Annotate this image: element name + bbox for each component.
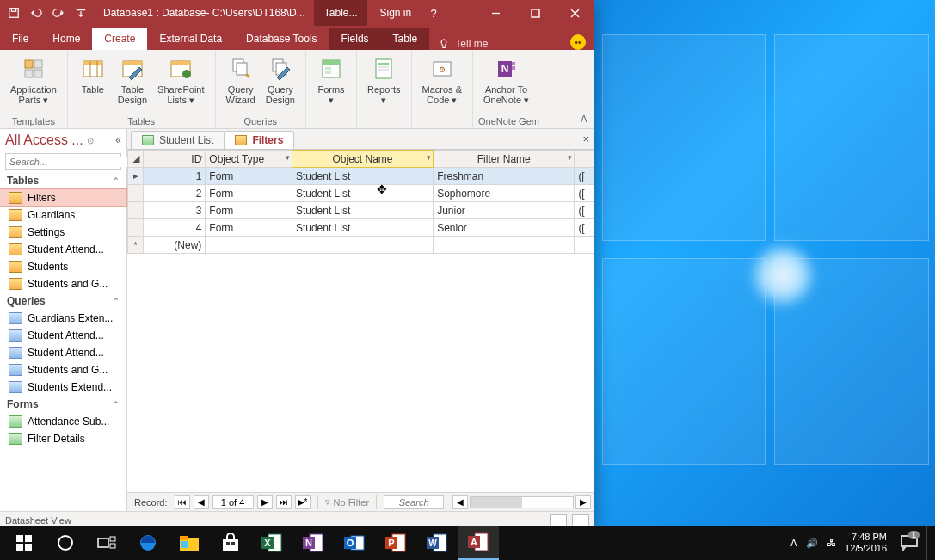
undo-icon[interactable] [26, 3, 46, 22]
datasheet-grid[interactable]: ◢ ID▾ Object Type▾ Object Name▾ Filter N… [127, 150, 594, 492]
doc-tab-filters[interactable]: Filters [224, 131, 294, 149]
taskbar-onenote[interactable]: N [292, 526, 334, 560]
nav-item[interactable]: Settings [0, 224, 126, 241]
tell-me[interactable]: Tell me [429, 38, 496, 50]
nav-group-tables[interactable]: Tables⌃ [0, 172, 126, 189]
taskbar-word[interactable]: W [416, 526, 458, 560]
tab-table[interactable]: Table [381, 28, 430, 50]
contextual-tab-label[interactable]: Table... [314, 0, 368, 26]
feedback-smiley-icon[interactable]: •• [570, 34, 586, 50]
taskbar-clock[interactable]: 7:48 PM 12/5/2016 [845, 532, 887, 554]
taskbar-outlook[interactable]: O [334, 526, 375, 560]
taskbar-explorer[interactable] [169, 526, 210, 560]
start-button[interactable] [3, 526, 45, 560]
query-wizard-button[interactable]: Query Wizard [221, 52, 261, 116]
collapse-ribbon-icon[interactable]: ᐱ [581, 114, 587, 125]
table-row[interactable]: 2FormStudent ListSophomore([ [128, 185, 594, 202]
nav-pane-header[interactable]: All Access ... ⊙ « [0, 129, 126, 151]
select-all-corner[interactable]: ◢ [128, 151, 144, 168]
row-selector[interactable] [128, 185, 144, 202]
nav-group-queries[interactable]: Queries⌃ [0, 292, 126, 310]
datasheet-view-button[interactable] [550, 514, 567, 526]
col-id[interactable]: ID▾ [144, 151, 206, 168]
close-tab-icon[interactable]: × [582, 132, 589, 145]
record-next-button[interactable]: ▶ [257, 495, 273, 509]
record-position-input[interactable] [212, 495, 254, 509]
minimize-button[interactable] [476, 0, 515, 26]
col-extra[interactable] [575, 151, 594, 168]
taskbar-edge[interactable] [127, 526, 169, 560]
nav-item[interactable]: Filters [0, 189, 126, 206]
row-selector[interactable] [128, 202, 144, 219]
taskbar-access[interactable]: A [458, 526, 499, 560]
sign-in-link[interactable]: Sign in [367, 7, 423, 19]
tab-file[interactable]: File [0, 28, 40, 50]
system-tray[interactable]: ᐱ 🔊 🖧 7:48 PM 12/5/2016 [790, 532, 892, 554]
action-center-button[interactable]: 1 [892, 526, 926, 560]
new-row[interactable]: *(New) [128, 237, 594, 254]
table-design-button[interactable]: Table Design [113, 52, 152, 116]
filter-icon[interactable]: ▿ [325, 496, 330, 508]
table-row[interactable]: ▸ 1FormStudent ListFreshman([ [128, 168, 594, 185]
close-button[interactable] [555, 0, 594, 26]
design-view-button[interactable] [572, 514, 589, 526]
show-desktop-button[interactable] [926, 526, 932, 560]
redo-icon[interactable] [48, 3, 69, 22]
tab-create[interactable]: Create [92, 28, 147, 50]
nav-item[interactable]: Attendance Sub... [0, 413, 126, 430]
nav-item[interactable]: Filter Details [0, 430, 126, 447]
volume-icon[interactable]: 🔊 [806, 538, 818, 549]
help-icon[interactable]: ? [423, 3, 444, 22]
table-row[interactable]: 3FormStudent ListJunior([ [128, 202, 594, 219]
tray-overflow-icon[interactable]: ᐱ [790, 538, 797, 549]
nav-group-forms[interactable]: Forms⌃ [0, 396, 126, 413]
record-last-button[interactable]: ⏭ [276, 495, 292, 509]
maximize-button[interactable] [515, 0, 555, 26]
qat-customize-icon[interactable] [71, 3, 91, 22]
scroll-left-button[interactable]: ◀ [452, 495, 468, 509]
nav-item[interactable]: Students and G... [0, 361, 126, 378]
nav-item[interactable]: Students [0, 258, 126, 275]
macros-code-button[interactable]: ⚙Macros & Code ▾ [417, 52, 467, 116]
nav-item[interactable]: Students and G... [0, 275, 126, 292]
table-row[interactable]: 4FormStudent ListSenior([ [128, 219, 594, 237]
nav-item[interactable]: Students Extend... [0, 378, 126, 396]
col-filter-name[interactable]: Filter Name▾ [434, 151, 575, 168]
record-first-button[interactable]: ⏮ [175, 495, 190, 509]
nav-item[interactable]: Student Attend... [0, 327, 126, 344]
nav-item[interactable]: Guardians [0, 206, 126, 224]
nav-search-input[interactable] [6, 157, 132, 167]
horizontal-scrollbar[interactable]: ◀ ▶ [452, 495, 591, 509]
record-new-button[interactable]: ▶* [295, 495, 311, 509]
cortana-button[interactable] [45, 526, 86, 560]
doc-tab-student-list[interactable]: Student List [131, 131, 225, 149]
reports-button[interactable]: Reports ▾ [362, 52, 406, 116]
record-search-input[interactable] [384, 495, 444, 509]
nav-item[interactable]: Guardians Exten... [0, 310, 126, 327]
application-parts-button[interactable]: Application Parts ▾ [5, 52, 62, 116]
col-object-name[interactable]: Object Name▾ [292, 151, 433, 168]
anchor-onenote-button[interactable]: NAnchor To OneNote ▾ [478, 52, 534, 116]
col-object-type[interactable]: Object Type▾ [206, 151, 292, 168]
forms-button[interactable]: Forms ▾ [311, 52, 351, 116]
network-icon[interactable]: 🖧 [827, 538, 836, 548]
save-icon[interactable] [3, 3, 24, 22]
scrollbar-track[interactable] [470, 496, 574, 508]
sharepoint-lists-button[interactable]: SharePoint Lists ▾ [152, 52, 209, 116]
tab-external-data[interactable]: External Data [147, 28, 234, 50]
tab-fields[interactable]: Fields [329, 28, 381, 50]
task-view-button[interactable] [86, 526, 127, 560]
nav-item[interactable]: Student Attend... [0, 241, 126, 258]
shutter-close-icon[interactable]: « [115, 134, 121, 146]
taskbar-excel[interactable]: X [251, 526, 292, 560]
taskbar-powerpoint[interactable]: P [375, 526, 416, 560]
tab-database-tools[interactable]: Database Tools [234, 28, 329, 50]
scroll-right-button[interactable]: ▶ [575, 495, 591, 509]
taskbar-store[interactable] [210, 526, 251, 560]
nav-item[interactable]: Student Attend... [0, 344, 126, 361]
table-button[interactable]: Table [73, 52, 113, 116]
record-prev-button[interactable]: ◀ [194, 495, 209, 509]
query-design-button[interactable]: Query Design [261, 52, 300, 116]
tab-home[interactable]: Home [40, 28, 92, 50]
row-selector[interactable]: ▸ [128, 168, 144, 185]
